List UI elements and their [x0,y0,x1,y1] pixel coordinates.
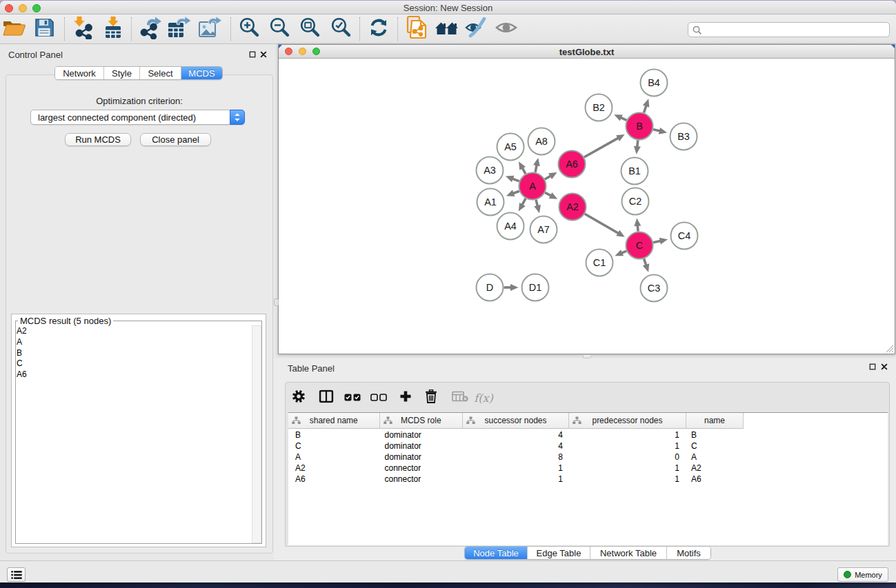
column-header-successor-nodes[interactable]: successor nodes [463,413,569,429]
column-header-predecessor-nodes[interactable]: predecessor nodes [569,413,686,429]
table-options-icon[interactable] [291,389,306,407]
delete-rows-icon[interactable] [425,389,437,406]
table-cell: dominator [380,440,464,452]
control-panel-title: Control Panel [8,50,63,60]
close-panel-button[interactable]: Close panel [140,133,211,146]
network-canvas[interactable]: AA1A2A3A4A5A6A7A8BB1B2B3B4CC1C2C3C4DD1 [279,59,895,354]
function-builder-icon[interactable]: f(x) [474,391,492,404]
control-panel-float-icon[interactable] [249,51,256,58]
app-window: Session: New Session [0,1,896,582]
graph-edge-arrowhead [659,128,667,134]
tab-mcds[interactable]: MCDS [181,67,222,79]
graph-edge-arrowhead [510,284,519,291]
memory-status-icon [844,571,851,578]
column-header-shared-name[interactable]: shared name [288,413,380,429]
graph-edge-A2-C[interactable] [585,214,619,234]
graph-node-label-C2: C2 [629,196,642,207]
dropdown-arrows-icon [230,110,245,125]
mcds-result-item[interactable]: A6 [17,369,252,381]
show-all-icon[interactable] [494,19,519,39]
tab-select[interactable]: Select [140,67,181,79]
app-titlebar: Session: New Session [0,1,896,14]
mcds-result-item[interactable]: B [17,348,252,359]
table-cell: B [686,429,744,440]
table-panel-close-icon[interactable] [881,363,888,370]
refresh-view-icon[interactable] [368,17,390,41]
tab-node-table[interactable]: Node Table [465,547,528,559]
tab-style[interactable]: Style [104,67,140,79]
graph-node-label-B: B [636,121,643,132]
toolbar-separator [230,17,231,41]
mcds-result-item[interactable]: A [17,337,252,348]
memory-label: Memory [855,571,882,579]
tab-edge-table[interactable]: Edge Table [528,547,590,559]
table-cell: 8 [463,452,569,463]
table-cell: C [686,440,744,452]
select-all-columns-icon[interactable] [344,392,361,404]
criterion-dropdown[interactable]: largest connected component (directed) [30,110,245,125]
graph-node-label-C: C [636,240,643,251]
search-input[interactable] [705,23,884,36]
graph-node-label-C1: C1 [593,257,606,268]
first-neighbors-icon[interactable] [435,17,459,41]
graph-node-label-D1: D1 [529,282,542,293]
network-frame-title: testGlobe.txt [279,47,895,57]
control-panel-card: Optimization criterion: largest connecte… [6,74,273,554]
save-session-icon[interactable] [34,17,54,41]
table-row-B[interactable]: Bdominator41B [288,429,744,440]
table-row-A[interactable]: Adominator80A [288,452,744,463]
frame-resize-grip[interactable] [885,344,894,353]
column-header-MCDS-role[interactable]: MCDS role [380,413,464,429]
graph-node-label-A2: A2 [566,201,579,212]
mcds-result-item[interactable]: A2 [17,326,252,337]
table-cell: A2 [686,463,744,474]
graph-node-label-A5: A5 [504,141,517,152]
zoom-selected-icon[interactable] [330,17,352,41]
export-table-icon[interactable] [167,16,192,42]
table-row-C[interactable]: Cdominator41C [288,440,744,452]
hide-selected-icon[interactable] [464,17,488,41]
table-row-A2[interactable]: A2connector11A2 [288,463,744,474]
table-cell: 1 [463,463,569,474]
run-mcds-button[interactable]: Run MCDS [65,133,131,146]
graph-edge-A6-B[interactable] [584,138,619,157]
import-table-icon[interactable] [101,16,125,42]
new-network-from-selection-icon[interactable] [406,15,428,43]
search-field[interactable] [688,22,890,37]
tab-network-table[interactable]: Network Table [590,547,667,559]
memory-button[interactable]: Memory [837,567,888,582]
open-session-icon[interactable] [2,17,26,41]
zoom-out-icon[interactable] [268,17,290,41]
add-row-icon[interactable] [400,390,412,405]
split-divider-handle-vertical[interactable] [274,298,279,306]
table-panel-float-icon[interactable] [869,363,876,370]
delete-table-icon[interactable] [452,391,468,405]
graph-edge-arrowhead [533,158,540,166]
deselect-all-columns-icon[interactable] [370,392,387,404]
tab-motifs[interactable]: Motifs [667,547,710,559]
graph-node-label-A6: A6 [566,159,578,170]
table-cell: A [686,452,744,463]
graph-node-label-D: D [486,282,493,293]
control-panel-tabs: NetworkStyleSelectMCDS [54,66,223,80]
tab-network[interactable]: Network [55,67,104,79]
show-column-panel-icon[interactable] [319,389,334,405]
control-panel-close-icon[interactable] [260,51,267,58]
mcds-result-item[interactable]: C [17,358,252,369]
zoom-fit-icon[interactable] [299,17,321,41]
mcds-result-scrollbar[interactable] [252,325,261,543]
graph-node-label-A4: A4 [504,221,517,232]
task-history-button[interactable] [7,567,26,582]
export-image-icon[interactable] [197,16,222,42]
zoom-in-icon[interactable] [238,17,260,41]
import-network-icon[interactable] [71,16,94,42]
column-header-name[interactable]: name [686,413,744,429]
toolbar-separator [359,17,360,41]
window-title: Session: New Session [0,3,896,13]
table-cell: 4 [463,440,569,452]
mcds-result-list[interactable]: A2ABCA6 [17,326,252,543]
graph-edge-arrowhead [634,146,641,154]
graph-node-label-A3: A3 [484,165,496,176]
export-network-icon[interactable] [139,16,163,42]
table-row-A6[interactable]: A6connector11A6 [288,474,744,485]
